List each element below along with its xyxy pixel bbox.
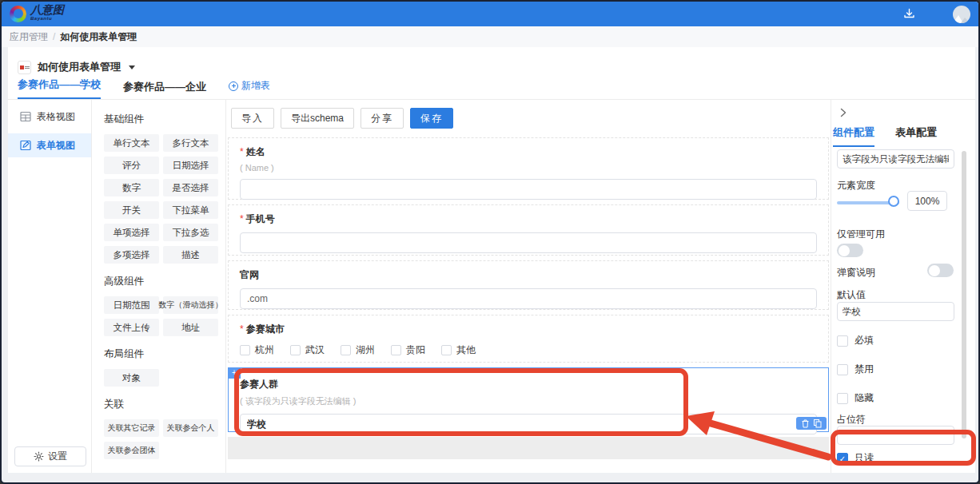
field-audience-selected[interactable]: + 参赛人群 ( 该字段为只读字段无法编辑 ) bbox=[228, 367, 829, 432]
component-radio[interactable]: 单项选择 bbox=[104, 224, 159, 241]
component-link-records[interactable]: 关联其它记录 bbox=[104, 419, 159, 437]
user-avatar[interactable] bbox=[953, 6, 970, 23]
width-value: 100% bbox=[907, 191, 947, 211]
drag-handle-icon[interactable]: + bbox=[228, 367, 241, 379]
component-single-line-text[interactable]: 单行文本 bbox=[104, 134, 159, 152]
field-label: *参赛城市 bbox=[240, 323, 817, 336]
add-table-button[interactable]: 新增表 bbox=[229, 79, 270, 100]
description-input[interactable] bbox=[837, 149, 954, 169]
top-bar: 八意图 Bayantu bbox=[2, 2, 978, 26]
basic-components-grid: 单行文本 多行文本 评分 日期选择 数字 是否选择 开关 下拉菜单 单项选择 下… bbox=[104, 134, 217, 264]
tab-component-config[interactable]: 组件配置 bbox=[833, 125, 874, 147]
add-table-label: 新增表 bbox=[241, 79, 270, 93]
app-window: 八意图 Bayantu 应用管理 / 如何使用表单管理 如何使用表单管理 bbox=[0, 0, 980, 484]
tab-school[interactable]: 参赛作品——学校 bbox=[18, 77, 101, 100]
component-link-group[interactable]: 关联参会团体 bbox=[104, 442, 159, 459]
admin-only-toggle[interactable] bbox=[837, 244, 863, 257]
section-title-advanced: 高级组件 bbox=[104, 275, 217, 288]
popup-toggle[interactable] bbox=[927, 264, 954, 277]
tab-enterprise[interactable]: 参赛作品——企业 bbox=[123, 80, 206, 100]
section-title-basic: 基础组件 bbox=[104, 113, 217, 126]
component-address[interactable]: 地址 bbox=[163, 319, 218, 336]
component-multi-line-text[interactable]: 多行文本 bbox=[163, 134, 218, 152]
component-description[interactable]: 描述 bbox=[163, 246, 218, 264]
save-button[interactable]: 保存 bbox=[410, 108, 453, 129]
readonly-checkbox[interactable]: ✓只读 bbox=[837, 451, 874, 465]
phone-input[interactable] bbox=[240, 232, 817, 253]
field-phone[interactable]: *手机号 bbox=[228, 204, 829, 256]
component-date-range[interactable]: 日期范围 bbox=[104, 296, 159, 314]
component-object[interactable]: 对象 bbox=[104, 369, 159, 387]
website-input[interactable] bbox=[240, 288, 817, 309]
component-rating[interactable]: 评分 bbox=[104, 157, 159, 174]
canvas-drop-area[interactable] bbox=[228, 437, 829, 459]
brand-logo: 八意图 Bayantu bbox=[10, 6, 64, 23]
inspector-tabs: 组件配置 表单配置 bbox=[833, 125, 937, 147]
component-checkbox-group[interactable]: 多项选择 bbox=[104, 246, 159, 264]
width-slider-handle[interactable] bbox=[888, 196, 899, 207]
sidebar-item-label: 表单视图 bbox=[37, 139, 75, 153]
checkbox-hangzhou[interactable]: 杭州 bbox=[240, 343, 274, 357]
copy-icon[interactable] bbox=[814, 419, 822, 428]
component-switch[interactable]: 开关 bbox=[104, 201, 159, 219]
sidebar-item-form-view[interactable]: 表单视图 bbox=[8, 133, 91, 157]
component-number[interactable]: 数字 bbox=[104, 179, 159, 196]
component-number-slider[interactable]: 数字（滑动选择） bbox=[163, 296, 218, 314]
field-website[interactable]: 官网 bbox=[228, 260, 829, 310]
sidebar-item-table-view[interactable]: 表格视图 bbox=[8, 105, 91, 129]
name-input[interactable] bbox=[240, 179, 817, 200]
component-link-person[interactable]: 关联参会个人 bbox=[163, 419, 218, 437]
audience-input[interactable] bbox=[240, 414, 817, 434]
section-title-relation: 关联 bbox=[104, 398, 217, 411]
disabled-checkbox[interactable]: 禁用 bbox=[837, 363, 874, 376]
admin-only-label: 仅管理可用 bbox=[837, 228, 885, 241]
inspector-scrollbar[interactable] bbox=[962, 151, 966, 438]
breadcrumb-app-management[interactable]: 应用管理 bbox=[10, 30, 48, 44]
import-button[interactable]: 导入 bbox=[231, 108, 274, 129]
component-yes-no[interactable]: 是否选择 bbox=[163, 179, 218, 196]
advanced-components-grid: 日期范围 数字（滑动选择） 文件上传 地址 bbox=[104, 296, 217, 336]
checkbox-box bbox=[441, 345, 452, 355]
relation-components-grid: 关联其它记录 关联参会个人 关联参会团体 bbox=[104, 419, 217, 459]
required-checkbox[interactable]: 必填 bbox=[837, 334, 874, 347]
share-button[interactable]: 分享 bbox=[361, 108, 404, 129]
section-title-layout: 布局组件 bbox=[104, 347, 217, 361]
apps-grid-icon[interactable] bbox=[927, 7, 942, 22]
checkbox-huzhou[interactable]: 湖州 bbox=[341, 343, 375, 357]
breadcrumb-separator: / bbox=[53, 31, 55, 42]
download-icon[interactable] bbox=[902, 7, 916, 22]
component-date-picker[interactable]: 日期选择 bbox=[163, 157, 218, 174]
table-view-icon bbox=[20, 111, 31, 122]
caret-down-icon[interactable] bbox=[129, 65, 135, 69]
hidden-checkbox[interactable]: 隐藏 bbox=[837, 391, 874, 405]
checkbox-guiyang[interactable]: 贵阳 bbox=[391, 343, 425, 357]
checkbox-other[interactable]: 其他 bbox=[441, 343, 476, 357]
checkbox-box bbox=[391, 345, 401, 355]
default-value-input[interactable] bbox=[837, 302, 954, 321]
tab-form-config[interactable]: 表单配置 bbox=[895, 125, 937, 147]
checkbox-wuhan[interactable]: 武汉 bbox=[290, 343, 325, 357]
component-multi-select[interactable]: 下拉多选 bbox=[163, 224, 218, 241]
main-card: 如何使用表单管理 参赛作品——学校 参赛作品——企业 新增表 表格视图 表单视图 bbox=[8, 47, 975, 473]
delete-icon[interactable] bbox=[802, 419, 809, 428]
field-city[interactable]: *参赛城市 杭州 武汉 湖州 贵阳 其他 bbox=[228, 315, 829, 363]
inspector-panel: 组件配置 表单配置 元素宽度 100% 仅管理可用 弹窗说明 默认值 必填 禁用… bbox=[831, 100, 975, 473]
field-description: ( 该字段为只读字段无法编辑 ) bbox=[240, 395, 817, 407]
placeholder-input[interactable] bbox=[837, 426, 954, 445]
settings-button[interactable]: 设置 bbox=[14, 446, 86, 466]
component-file-upload[interactable]: 文件上传 bbox=[104, 319, 159, 336]
collapse-chevron-icon[interactable] bbox=[839, 108, 847, 117]
breadcrumb: 应用管理 / 如何使用表单管理 bbox=[2, 26, 978, 47]
field-name[interactable]: *姓名 ( Name ) bbox=[228, 137, 829, 200]
export-schema-button[interactable]: 导出schema bbox=[281, 108, 354, 129]
logo-icon bbox=[10, 6, 26, 22]
field-label: *手机号 bbox=[240, 212, 817, 226]
plus-circle-icon bbox=[229, 81, 238, 91]
sidebar-item-label: 表格视图 bbox=[37, 110, 75, 124]
placeholder-label: 占位符 bbox=[837, 413, 866, 426]
field-label: 参赛人群 bbox=[240, 378, 817, 391]
popup-label: 弹窗说明 bbox=[837, 266, 875, 280]
breadcrumb-current: 如何使用表单管理 bbox=[60, 30, 137, 44]
component-dropdown[interactable]: 下拉菜单 bbox=[163, 201, 218, 219]
required-marker: * bbox=[240, 213, 244, 224]
